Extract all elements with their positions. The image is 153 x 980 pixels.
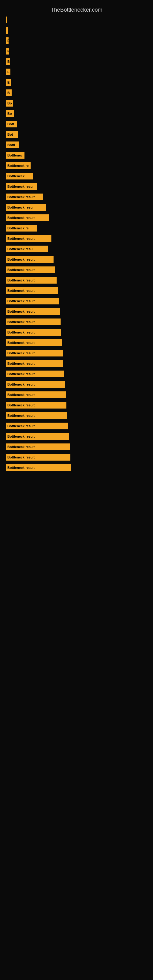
bar-text: Bottleneck result [7,393,35,396]
bar-fill: Bottleneck result [6,256,54,263]
bar-text: Bott [7,122,14,126]
bar-text: Bottleneck result [7,466,35,469]
bar-text: E [7,70,10,74]
bar-text: Bottleneck result [7,299,35,303]
bar-row: Bottleneck result [6,422,147,430]
bar-fill: B [6,58,10,65]
bar-row: Bottleneck result [6,234,147,243]
bar-row: Bottleneck result [6,380,147,389]
bar-row: Bot [6,130,147,139]
bar-fill: Bottleneck result [6,339,62,346]
bar-fill [6,16,7,23]
bar-row: E [6,47,147,56]
bar-fill: Bottleneck result [6,287,58,294]
bar-text: Bottleneck result [7,403,35,407]
bar-row: Bottleneck result [6,213,147,222]
bar-row: Bottleneck result [6,390,147,399]
bar-row: Bottleneck result [6,370,147,378]
bar-fill: Bottlenec [6,152,24,159]
bar-fill: Bo [6,110,14,117]
bar-fill: Bottleneck result [6,308,60,315]
bar-row: Bottleneck resu [6,203,147,212]
bar-row: Bottleneck resu [6,182,147,191]
chart-container: TheBottlenecker.com EEBEEBBoBoBottBotBot… [0,0,153,477]
bar-row: Bo [6,109,147,118]
bar-text: Bottleneck result [7,455,35,459]
bar-fill: Bottleneck result [6,402,66,409]
bar-fill: Bottleneck result [6,277,57,283]
bar-fill: Bottleneck result [6,371,64,377]
bar-text: Bottleneck result [7,289,35,293]
bar-fill: E [6,48,9,54]
bar-fill: Bottleneck resu [6,246,48,252]
bar-text: B [7,60,10,64]
bar-fill: Bottleneck result [6,454,70,461]
bar-fill: Bottleneck result [6,194,43,200]
bar-text: Bottleneck result [7,320,35,324]
bar-fill: Bottleneck result [6,215,49,221]
bar-row: Bottleneck [6,172,147,180]
bar-row: Bottleneck resu [6,245,147,253]
bar-row: Bottleneck result [6,192,147,201]
bar-fill: Bottleneck result [6,298,59,304]
bar-text: Bottleneck result [7,258,35,261]
bar-text: Bottleneck re [7,226,29,230]
bar-fill: Bottleneck result [6,360,63,367]
bar-row [6,16,147,24]
bar-row [6,26,147,35]
bar-fill: E [6,68,10,75]
bar-text: Bottleneck re [7,164,29,167]
bar-text: Bottleneck result [7,237,35,240]
bar-text: Bottleneck resu [7,205,33,209]
bar-row: Bottleneck re [6,161,147,170]
bar-row: E [6,68,147,76]
bar-text: Bottleneck resu [7,185,33,188]
bar-text: Bottleneck result [7,445,35,449]
bar-fill: Bottleneck result [6,412,67,419]
bar-fill: Bottleneck resu [6,204,46,211]
bar-row: E [6,78,147,87]
bar-fill: Bottleneck result [6,464,71,471]
bar-text: Bottleneck result [7,434,35,438]
bar-text: Bot [7,133,13,136]
bar-row: Bottleneck result [6,349,147,357]
bar-fill [6,27,8,34]
bar-row: Bottleneck result [6,463,147,472]
bar-fill: Bottleneck result [6,444,70,450]
bar-fill: Bottleneck resu [6,183,37,190]
bar-row: Bottleneck result [6,401,147,409]
bar-fill: Bottleneck result [6,423,68,430]
bar-text: Bottleneck result [7,372,35,376]
bar-text: Bo [7,101,12,105]
bar-fill: B [6,89,12,96]
bar-row: Bottleneck result [6,442,147,451]
bar-text: Bottleneck result [7,341,35,345]
bar-row: Bottleneck result [6,307,147,316]
bar-row: Bottleneck result [6,318,147,326]
bar-text: Bottleneck result [7,216,35,220]
bar-row: B [6,89,147,97]
bar-text: Bottleneck result [7,382,35,386]
bar-text: E [7,81,10,84]
bar-text: Bottleneck result [7,424,35,428]
bar-text: Bottleneck result [7,331,35,334]
bar-fill: Bottleneck result [6,318,61,325]
bar-fill: Bottleneck [6,173,33,180]
bar-row: Bottl [6,140,147,149]
bar-row: Bottleneck result [6,297,147,305]
bar-text: Bottleneck result [7,362,35,365]
bar-text: E [7,39,9,43]
bar-row: Bottleneck re [6,224,147,232]
bar-row: Bott [6,120,147,128]
bar-fill: Bott [6,121,17,127]
bar-text: Bottleneck result [7,310,35,313]
bar-fill: Bo [6,100,13,107]
bar-row: Bottlenec [6,151,147,159]
bar-row: E [6,37,147,45]
bar-fill: Bottleneck result [6,391,66,398]
bar-text: Bottlenec [7,153,22,157]
bar-fill: Bottleneck result [6,329,61,336]
bar-row: Bottleneck result [6,453,147,461]
bar-row: Bo [6,99,147,108]
bars-container: EEBEEBBoBoBottBotBottlBottlenecBottlenec… [6,16,147,472]
